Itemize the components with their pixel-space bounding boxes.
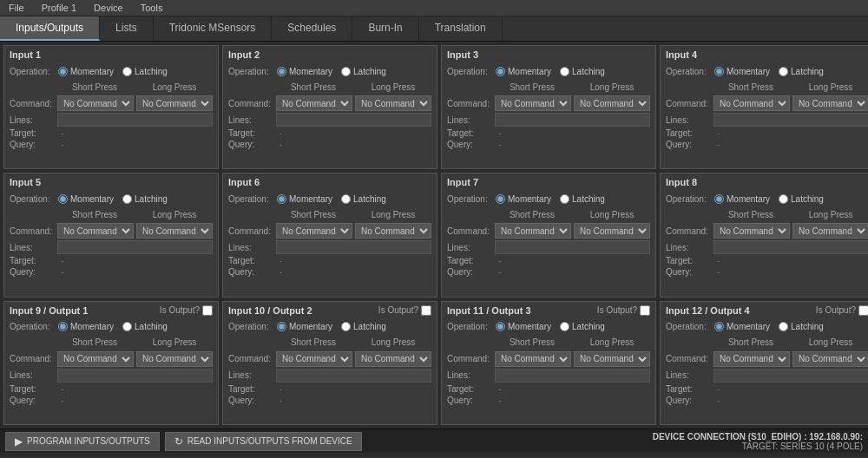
momentary-radio-3[interactable]: Momentary [496,67,551,76]
tab-translation[interactable]: Translation [419,16,503,41]
latching-radio-10[interactable]: Latching [341,322,386,331]
latching-input-6[interactable] [341,194,351,204]
momentary-radio-1[interactable]: Momentary [58,67,114,76]
latching-input-12[interactable] [779,322,788,331]
tab-schedules[interactable]: Schedules [272,16,352,41]
momentary-radio-12[interactable]: Momentary [714,322,770,331]
lines-value-5 [57,240,213,254]
is-output-checkbox-11[interactable] [640,305,650,316]
tab-tridonic[interactable]: Tridonic MSensors [154,16,273,41]
momentary-radio-10[interactable]: Momentary [277,322,332,331]
short-press-select-11[interactable]: No Command [495,351,571,367]
momentary-input-9[interactable] [58,322,68,331]
latching-radio-5[interactable]: Latching [122,194,168,204]
latching-input-3[interactable] [560,67,569,76]
momentary-input-8[interactable] [714,194,724,204]
latching-radio-1[interactable]: Latching [122,67,168,76]
latching-input-11[interactable] [560,322,569,331]
menu-file[interactable]: File [7,2,26,14]
latching-radio-9[interactable]: Latching [122,322,168,331]
long-press-select-9[interactable]: No Command [136,351,213,367]
lines-label-1: Lines: [10,115,55,125]
latching-input-7[interactable] [560,194,569,204]
momentary-input-5[interactable] [58,194,68,204]
momentary-input-1[interactable] [58,67,68,76]
short-press-select-1[interactable]: No Command [57,95,134,111]
long-press-select-6[interactable]: No Command [355,223,431,239]
momentary-input-2[interactable] [277,67,286,76]
tab-inputs-outputs[interactable]: Inputs/Outputs [0,16,100,41]
menu-tools[interactable]: Tools [139,2,165,14]
operation-row-10: Operation:MomentaryLatching [228,320,431,334]
momentary-input-6[interactable] [277,194,286,204]
program-button[interactable]: ▶ PROGRAM INPUTS/OUTPUTS [5,432,160,451]
momentary-radio-11[interactable]: Momentary [496,322,551,331]
latching-input-5[interactable] [122,194,132,204]
long-press-select-12[interactable]: No Command [792,351,868,367]
latching-input-10[interactable] [341,322,351,331]
long-press-select-2[interactable]: No Command [355,95,431,111]
momentary-radio-5[interactable]: Momentary [58,194,114,204]
latching-radio-12[interactable]: Latching [779,322,824,331]
long-press-select-11[interactable]: No Command [574,351,650,367]
momentary-label-3: Momentary [508,67,551,76]
menu-profile[interactable]: Profile 1 [40,2,78,14]
momentary-input-10[interactable] [277,322,286,331]
momentary-input-4[interactable] [714,67,724,76]
long-press-select-10[interactable]: No Command [355,351,431,367]
command-label-11: Command: [447,354,492,363]
query-label-3: Query: [447,140,492,149]
menu-device[interactable]: Device [92,2,125,14]
is-output-checkbox-12[interactable] [858,305,868,316]
latching-input-4[interactable] [779,67,788,76]
short-press-select-2[interactable]: No Command [276,95,352,111]
momentary-input-3[interactable] [496,67,505,76]
short-press-select-4[interactable]: No Command [713,95,790,111]
is-output-checkbox-10[interactable] [421,305,431,316]
short-press-select-3[interactable]: No Command [495,95,571,111]
long-press-select-5[interactable]: No Command [136,223,213,239]
tab-lists[interactable]: Lists [100,16,154,41]
momentary-radio-2[interactable]: Momentary [277,67,332,76]
short-press-select-12[interactable]: No Command [713,351,790,367]
momentary-radio-6[interactable]: Momentary [277,194,332,204]
momentary-radio-7[interactable]: Momentary [496,194,551,204]
short-press-select-6[interactable]: No Command [276,223,352,239]
momentary-radio-8[interactable]: Momentary [714,194,770,204]
long-press-select-4[interactable]: No Command [792,95,868,111]
latching-radio-2[interactable]: Latching [341,67,386,76]
short-press-select-9[interactable]: No Command [57,351,134,367]
latching-radio-11[interactable]: Latching [560,322,605,331]
target-row-4: Target:- [666,128,868,138]
latching-radio-7[interactable]: Latching [560,194,605,204]
short-press-select-8[interactable]: No Command [713,223,790,239]
short-press-select-5[interactable]: No Command [57,223,134,239]
short-press-select-10[interactable]: No Command [276,351,352,367]
read-icon: ↻ [174,435,183,448]
panel-title-6: Input 6 [228,177,260,187]
momentary-input-11[interactable] [496,322,505,331]
short-press-select-7[interactable]: No Command [495,223,571,239]
momentary-input-12[interactable] [714,322,724,331]
long-press-select-1[interactable]: No Command [136,95,213,111]
latching-input-8[interactable] [779,194,788,204]
latching-radio-8[interactable]: Latching [779,194,824,204]
read-button[interactable]: ↻ READ INPUTS/OUTPUTS FROM DEVICE [165,432,362,451]
panel-header-1: Input 1 [10,49,213,60]
momentary-radio-4[interactable]: Momentary [714,67,770,76]
long-press-select-7[interactable]: No Command [574,223,650,239]
long-press-select-3[interactable]: No Command [574,95,650,111]
latching-radio-6[interactable]: Latching [341,194,386,204]
long-press-select-8[interactable]: No Command [792,223,868,239]
latching-input-1[interactable] [122,67,132,76]
momentary-input-7[interactable] [496,194,505,204]
latching-radio-3[interactable]: Latching [560,67,605,76]
operation-row-2: Operation:MomentaryLatching [228,64,431,78]
is-output-checkbox-9[interactable] [202,305,213,316]
latching-input-2[interactable] [341,67,351,76]
latching-radio-4[interactable]: Latching [779,67,824,76]
latching-input-9[interactable] [122,322,132,331]
momentary-radio-9[interactable]: Momentary [58,322,114,331]
tab-burnin[interactable]: Burn-In [352,16,418,41]
query-label-10: Query: [228,396,273,405]
